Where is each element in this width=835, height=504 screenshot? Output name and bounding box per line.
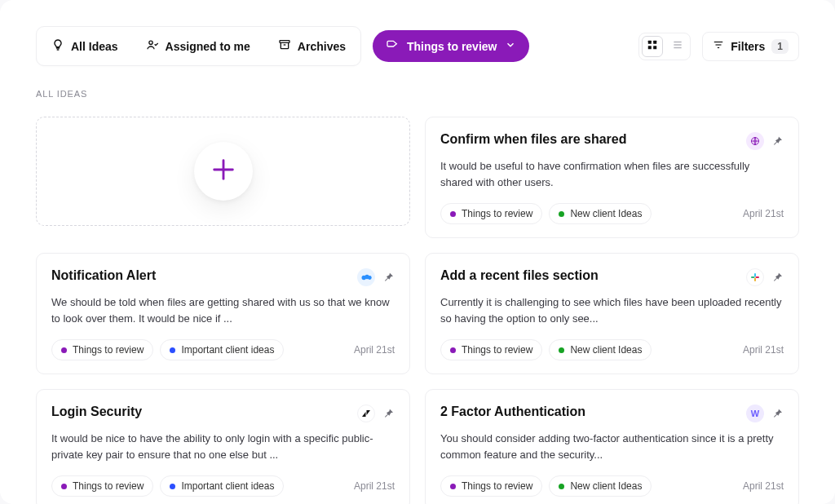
new-idea-card[interactable]	[36, 117, 410, 226]
idea-card[interactable]: 2 Factor Authentication W You should con…	[425, 389, 799, 504]
user-check-icon	[146, 38, 159, 54]
dot-icon	[450, 484, 456, 489]
svg-rect-20	[754, 278, 756, 282]
card-title: 2 Factor Authentication	[440, 405, 585, 419]
tag-review[interactable]: Things to review	[51, 475, 153, 497]
idea-card[interactable]: Login Security It would be nice to have …	[36, 389, 410, 504]
card-date: April 21st	[743, 208, 784, 219]
dot-icon	[450, 211, 456, 217]
view-toggle	[638, 33, 691, 60]
archive-icon	[278, 38, 291, 54]
tag-icon	[386, 38, 399, 54]
idea-card[interactable]: Confirm when files are shared It would b…	[425, 117, 799, 238]
svg-rect-5	[653, 46, 656, 49]
slack-icon	[746, 268, 764, 286]
svg-rect-1	[280, 41, 289, 43]
idea-card[interactable]: Add a recent files section Currently it …	[425, 253, 799, 374]
globe-icon	[746, 132, 764, 150]
filters-button[interactable]: Filters 1	[702, 32, 799, 61]
pin-icon[interactable]	[771, 271, 784, 284]
card-title: Notification Alert	[51, 268, 156, 283]
svg-point-0	[148, 41, 152, 44]
list-icon	[672, 39, 683, 54]
salesforce-icon	[357, 268, 375, 286]
card-title: Login Security	[51, 405, 142, 419]
dot-icon	[61, 347, 67, 353]
pin-icon[interactable]	[771, 135, 784, 148]
card-description: Currently it is challenging to see which…	[440, 294, 784, 326]
tag-secondary[interactable]: New client Ideas	[549, 203, 652, 224]
tag-secondary[interactable]: Important client ideas	[160, 339, 284, 360]
svg-point-17	[367, 276, 371, 280]
chevron-down-icon	[505, 39, 516, 53]
dot-icon	[559, 484, 564, 489]
view-grid-button[interactable]	[642, 36, 663, 57]
card-title: Add a recent files section	[440, 268, 599, 283]
filters-count-badge: 1	[771, 39, 789, 54]
card-description: You should consider adding two-factor au…	[440, 431, 784, 462]
dot-icon	[170, 347, 175, 353]
nav-all-ideas-label: All Ideas	[71, 40, 118, 53]
card-date: April 21st	[743, 344, 784, 356]
tag-review[interactable]: Things to review	[440, 203, 542, 224]
svg-rect-19	[751, 276, 755, 278]
tag-review[interactable]: Things to review	[51, 339, 153, 360]
nav-review-label: Things to review	[407, 40, 497, 53]
plus-icon	[210, 156, 237, 187]
card-title: Confirm when files are shared	[440, 132, 627, 147]
pin-icon[interactable]	[382, 271, 395, 284]
grid-icon	[647, 39, 658, 54]
lightbulb-icon	[51, 38, 64, 54]
card-date: April 21st	[354, 480, 395, 492]
nav-archives-label: Archives	[298, 40, 346, 53]
nav-assigned-label: Assigned to me	[166, 40, 250, 53]
dot-icon	[559, 211, 564, 217]
w-icon: W	[746, 405, 764, 422]
card-description: It would be useful to have confirmation …	[440, 158, 784, 190]
pin-icon[interactable]	[771, 407, 784, 420]
card-description: It would be nice to have the ability to …	[51, 431, 395, 462]
idea-card[interactable]: Notification Alert We should be told whe…	[36, 253, 410, 374]
svg-rect-2	[648, 40, 652, 43]
tag-review[interactable]: Things to review	[440, 339, 542, 360]
zendesk-icon	[357, 405, 375, 422]
dot-icon	[559, 347, 564, 353]
nav-assigned[interactable]: Assigned to me	[138, 32, 258, 60]
svg-rect-3	[653, 40, 656, 43]
card-date: April 21st	[354, 344, 395, 356]
dot-icon	[61, 484, 67, 489]
tag-review[interactable]: Things to review	[440, 475, 542, 497]
dot-icon	[450, 347, 456, 353]
tag-secondary[interactable]: New client Ideas	[549, 339, 652, 360]
cards-grid: Confirm when files are shared It would b…	[36, 117, 799, 504]
nav-things-to-review[interactable]: Things to review	[373, 30, 529, 62]
top-bar: All Ideas Assigned to me Archives	[36, 26, 799, 66]
card-description: We should be told when files are getting…	[51, 294, 395, 326]
card-date: April 21st	[743, 480, 784, 492]
filter-icon	[713, 39, 724, 53]
svg-rect-18	[754, 273, 756, 277]
filters-label: Filters	[731, 40, 765, 53]
tag-secondary[interactable]: Important client ideas	[160, 475, 284, 497]
section-heading: ALL IDEAS	[36, 89, 799, 99]
dot-icon	[170, 484, 175, 489]
svg-rect-21	[756, 276, 760, 278]
view-list-button[interactable]	[665, 33, 690, 60]
nav-all-ideas[interactable]: All Ideas	[43, 32, 126, 60]
plus-circle	[194, 142, 253, 201]
nav-tabs-group: All Ideas Assigned to me Archives	[36, 26, 361, 66]
svg-rect-4	[648, 46, 652, 49]
nav-archives[interactable]: Archives	[270, 32, 354, 60]
tag-secondary[interactable]: New client Ideas	[549, 475, 652, 497]
pin-icon[interactable]	[382, 407, 395, 420]
